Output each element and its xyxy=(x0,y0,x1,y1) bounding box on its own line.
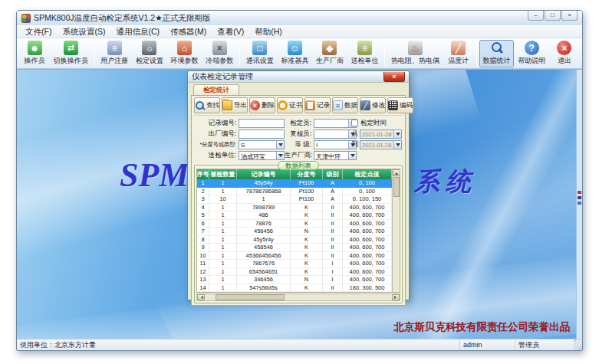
menu-item[interactable]: 查看(V) xyxy=(212,26,249,38)
table-row[interactable]: 121654564651KI400, 600, 700 xyxy=(197,268,392,277)
toolbar-button-comm-settings[interactable]: □通讯设置 xyxy=(242,40,278,67)
resize-grip[interactable] xyxy=(574,339,582,350)
client-value: 油成环宝 xyxy=(239,152,276,159)
toolbar-button-label: 切换操作员 xyxy=(54,56,88,66)
toolbar-button-env-params[interactable]: ⌂环境参数 xyxy=(167,40,202,67)
table-cell: 486 xyxy=(237,212,291,220)
column-header[interactable]: 记录编号 xyxy=(237,169,291,179)
dropdown-arrow-icon[interactable] xyxy=(348,152,356,159)
grade-combo[interactable]: I xyxy=(314,140,357,149)
table-row[interactable]: 1117867676KI400, 600, 700 xyxy=(197,260,392,268)
record-no-input[interactable] xyxy=(239,119,285,128)
verifier-combo[interactable] xyxy=(314,119,357,128)
table-cell: 400, 600, 700 xyxy=(343,276,392,284)
toolbar-button-client-unit[interactable]: ≡送检单位 xyxy=(347,40,383,67)
certificate-button[interactable]: 证书 xyxy=(277,97,303,113)
search-button[interactable]: 查找 xyxy=(194,97,220,113)
vertical-scroll-thumb[interactable] xyxy=(393,177,400,197)
table-row[interactable]: 91458546KII400, 600, 700 xyxy=(197,244,392,252)
grid-body: 1145y54yPt100A0, 1002178786786868Pt100A0… xyxy=(197,179,392,292)
time-filter-checkbox[interactable]: 检定时间 xyxy=(351,118,402,128)
data-button[interactable]: ≡数据 xyxy=(332,97,358,113)
scroll-right-icon[interactable] xyxy=(392,294,400,300)
table-cell: A xyxy=(323,188,343,196)
table-row[interactable]: 417898789KII400, 600, 700 xyxy=(197,204,392,212)
column-header[interactable]: 被检数量 xyxy=(209,169,237,179)
table-cell: Pt100 xyxy=(291,179,323,188)
toolbar-button-operator[interactable]: ☻操作员 xyxy=(19,40,50,67)
toolbar-button-coldend-params[interactable]: ×冷端参数 xyxy=(202,40,237,67)
toolbar-button-thermometer[interactable]: ╱温度计 xyxy=(443,40,474,67)
toolbar-button-user-register[interactable]: ≡用户注册 xyxy=(97,40,133,67)
delete-icon: × xyxy=(250,100,260,110)
grid-horizontal-scrollbar[interactable] xyxy=(196,293,400,301)
table-cell: II xyxy=(323,204,343,212)
from-date-picker[interactable]: 2021-01-28 xyxy=(360,130,402,139)
table-cell: 45y5r4y xyxy=(237,236,291,244)
reviewer-value xyxy=(314,130,348,138)
table-cell: 78786786868 xyxy=(237,188,291,196)
table-row[interactable]: 6178876KII400, 600, 700 xyxy=(197,220,392,228)
toolbar-button-verify-settings[interactable]: ☼检定设置 xyxy=(132,40,167,67)
menu-item[interactable]: 系统设置(S) xyxy=(57,26,110,38)
export-button[interactable]: 导出 xyxy=(222,97,248,113)
menu-item[interactable]: 传感器(M) xyxy=(165,26,212,38)
barcode-button[interactable]: 编码 xyxy=(387,97,413,113)
column-header[interactable]: 序号 xyxy=(197,169,209,179)
toolbar-button-switch-operator[interactable]: ⇄切换操作员 xyxy=(50,40,92,67)
delete-button[interactable]: ×删除 xyxy=(249,97,275,113)
factory-no-input[interactable] xyxy=(239,130,285,139)
dropdown-arrow-icon[interactable] xyxy=(276,152,284,159)
table-row[interactable]: 2178786786868Pt100A0, 100 xyxy=(197,188,392,196)
grid-vertical-scrollbar[interactable] xyxy=(392,169,400,292)
minimize-button[interactable]: – xyxy=(528,11,544,21)
toolbar-button-help[interactable]: ?帮助说明 xyxy=(514,40,549,67)
scroll-left-icon[interactable] xyxy=(197,294,205,300)
horizontal-scroll-thumb[interactable] xyxy=(216,294,285,300)
table-row[interactable]: 131346456NI400, 600, 700 xyxy=(197,276,392,284)
modify-button[interactable]: ╱修改 xyxy=(360,97,386,113)
dropdown-arrow-icon[interactable] xyxy=(393,130,401,138)
toolbar-button-exit[interactable]: ×退出 xyxy=(549,40,580,67)
table-row[interactable]: 71456456NII400, 600, 700 xyxy=(197,228,392,236)
column-header[interactable]: 分度号 xyxy=(291,169,323,179)
table-cell: 14 xyxy=(197,284,209,293)
dialog-title-bar[interactable]: 仪表检定记录管理 × xyxy=(188,71,409,83)
table-cell: 1 xyxy=(209,220,237,228)
dialog-close-button[interactable]: × xyxy=(383,72,405,82)
toolbar-button-manufacturer[interactable]: ◆生产厂商 xyxy=(312,40,347,67)
table-row[interactable]: 8145y5r4yKII400, 600, 700 xyxy=(197,236,392,244)
data-list-group: 数据列表 序号被检数量记录编号分度号级别检定点值 1145y54yPt100A0… xyxy=(194,165,403,303)
to-date-picker[interactable]: 2021-01-28 xyxy=(360,140,402,149)
title-bar[interactable]: SPMK800J温度自动检定系统V1.2★正式无限期版 – □ × xyxy=(17,11,582,25)
type-combo[interactable]: S xyxy=(239,140,285,149)
manufacturer-combo[interactable]: 天津中环 xyxy=(314,151,357,160)
dropdown-arrow-icon[interactable] xyxy=(393,141,401,149)
table-row[interactable]: 141547s56d5sKII180, 300, 500 xyxy=(197,284,392,293)
table-row[interactable]: 51486KII400, 600, 700 xyxy=(197,212,392,220)
maximize-button[interactable]: □ xyxy=(545,11,561,21)
table-row[interactable]: 1145y54yPt100A0, 100 xyxy=(197,179,392,188)
close-button[interactable]: × xyxy=(561,11,578,21)
toolbar-button-standard-instrument[interactable]: ☺标准器具 xyxy=(278,40,313,67)
toolbar-button-data-statistics[interactable]: 数据统计 xyxy=(479,40,515,67)
toolbar-button-label: 检定设置 xyxy=(136,56,163,66)
record-button-label: 记录 xyxy=(317,101,330,110)
menu-item[interactable]: 帮助(H) xyxy=(249,26,288,38)
menu-item[interactable]: 文件(F) xyxy=(20,26,57,38)
dropdown-arrow-icon[interactable] xyxy=(276,141,284,149)
workspace-scrollbar[interactable] xyxy=(576,70,582,339)
tab-statistics[interactable]: 检定统计 xyxy=(193,84,239,95)
menu-item[interactable]: 通用信息(C) xyxy=(110,26,165,38)
record-button[interactable]: 记录 xyxy=(304,97,331,113)
export-icon xyxy=(222,100,232,110)
column-header[interactable]: 级别 xyxy=(323,169,343,179)
client-combo[interactable]: 油成环宝 xyxy=(239,151,285,160)
reviewer-combo[interactable] xyxy=(314,130,357,139)
toolbar-button-thermo-sensors[interactable]: ♨热电阻、热电偶 xyxy=(387,40,443,67)
scroll-up-icon[interactable] xyxy=(393,169,400,176)
table-row[interactable]: 10145366456456KII400, 600, 700 xyxy=(197,252,392,261)
table-row[interactable]: 3101Pt100A0, 100, 150 xyxy=(197,195,392,204)
column-header[interactable]: 检定点值 xyxy=(343,169,392,179)
status-bar: 使用单位：北京东方计量 admin 管理员 xyxy=(17,339,582,350)
